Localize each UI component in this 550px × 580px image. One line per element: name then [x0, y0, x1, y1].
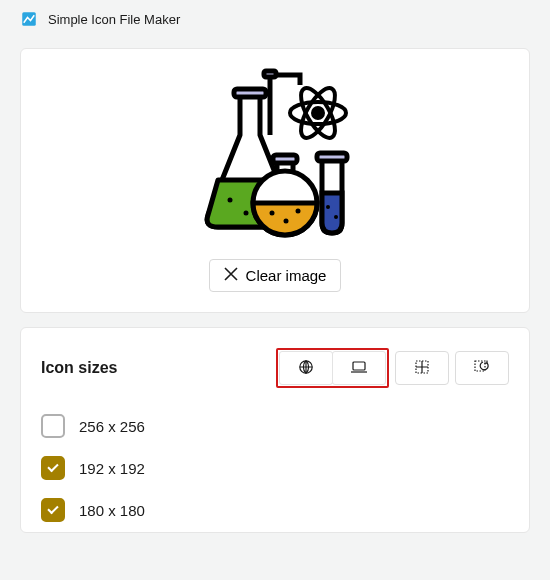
size-row: 180 x 180: [41, 498, 509, 522]
size-label: 180 x 180: [79, 502, 145, 519]
size-list: 256 x 256 192 x 192 180 x 180: [41, 414, 509, 522]
globe-icon: [298, 359, 314, 378]
size-checkbox-180[interactable]: [41, 498, 65, 522]
preset-group-highlighted: [276, 348, 389, 388]
reset-button[interactable]: [455, 351, 509, 385]
app-title: Simple Icon File Maker: [48, 12, 180, 27]
clear-image-button[interactable]: Clear image: [209, 259, 342, 292]
icon-sizes-header: Icon sizes: [41, 348, 509, 388]
icon-sizes-title: Icon sizes: [41, 359, 117, 377]
icon-sizes-card: Icon sizes: [20, 327, 530, 533]
desktop-preset-button[interactable]: [332, 351, 386, 385]
size-row: 192 x 192: [41, 456, 509, 480]
app-logo-icon: [20, 10, 38, 28]
laptop-icon: [350, 360, 368, 377]
web-preset-button[interactable]: [279, 351, 333, 385]
svg-point-9: [270, 211, 275, 216]
svg-point-10: [284, 219, 289, 224]
preview-image: [190, 65, 360, 245]
preview-container: Clear image: [21, 49, 529, 312]
svg-rect-1: [234, 89, 266, 97]
size-label: 256 x 256: [79, 418, 145, 435]
refresh-icon: [474, 360, 490, 377]
svg-rect-8: [273, 155, 297, 163]
svg-rect-12: [317, 153, 347, 161]
svg-point-2: [228, 198, 233, 203]
svg-point-3: [244, 211, 249, 216]
size-label: 192 x 192: [79, 460, 145, 477]
svg-point-18: [313, 108, 323, 118]
svg-point-14: [334, 215, 338, 219]
svg-rect-20: [353, 362, 365, 370]
size-checkbox-192[interactable]: [41, 456, 65, 480]
size-row: 256 x 256: [41, 414, 509, 438]
app-header: Simple Icon File Maker: [0, 0, 550, 34]
svg-point-11: [296, 209, 301, 214]
icon-sizes-toolbar: [276, 348, 509, 388]
svg-point-13: [326, 205, 330, 209]
size-checkbox-256[interactable]: [41, 414, 65, 438]
svg-rect-6: [264, 71, 276, 77]
preview-card: Clear image: [20, 48, 530, 313]
grid-icon: [415, 360, 429, 377]
select-all-button[interactable]: [395, 351, 449, 385]
clear-image-label: Clear image: [246, 267, 327, 284]
close-icon: [224, 267, 238, 284]
